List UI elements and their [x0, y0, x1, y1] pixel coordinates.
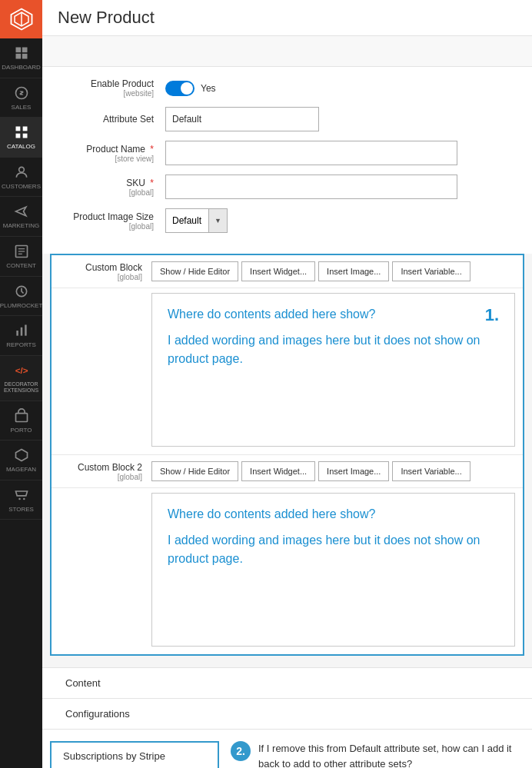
enable-product-toggle[interactable] [165, 81, 195, 96]
stores-icon [13, 487, 30, 504]
decorator-icon: </> [13, 362, 30, 379]
insert-variable-btn-2[interactable]: Insert Variable... [392, 461, 470, 481]
custom-block-1-toolbar: Show / Hide Editor Insert Widget... Inse… [151, 261, 470, 281]
sidebar-item-dashboard[interactable]: DASHBOARD [0, 38, 42, 78]
product-image-size-select-wrap: Default [165, 208, 228, 233]
product-image-size-dropdown-btn[interactable] [209, 208, 228, 233]
attribute-set-label: Attribute Set [58, 114, 165, 125]
svg-rect-4 [22, 48, 27, 53]
svg-rect-10 [15, 134, 20, 138]
insert-image-btn-2[interactable]: Insert Image... [318, 461, 389, 481]
bottom-sections: Content Configurations Subscriptions by … [42, 667, 532, 768]
svg-rect-6 [22, 54, 27, 59]
content-section-item[interactable]: Content [42, 668, 532, 699]
sidebar-item-customers[interactable]: CUSTOMERS [0, 158, 42, 198]
sidebar-item-porto[interactable]: PORTO [0, 401, 42, 441]
sidebar: DASHBOARD SALES CATALOG CUSTOMERS MARKET… [0, 0, 42, 768]
svg-rect-8 [15, 127, 20, 131]
sku-row: SKU * [global] [58, 175, 517, 199]
svg-rect-3 [15, 48, 21, 53]
svg-rect-22 [15, 413, 27, 421]
sidebar-item-label: PORTO [10, 427, 32, 434]
svg-text:</>: </> [15, 365, 28, 375]
sidebar-item-magefan[interactable]: MAGEFAN [0, 441, 42, 480]
product-image-size-row: Product Image Size [global] Default [58, 208, 517, 233]
reports-icon [13, 322, 30, 339]
product-image-size-select[interactable]: Default [165, 208, 209, 233]
sku-input[interactable] [165, 175, 457, 199]
custom-block-1-content[interactable]: 1. Where do contents added here show? I … [151, 293, 515, 447]
plumrocket-icon [13, 283, 30, 300]
sidebar-item-marketing[interactable]: MARKETING [0, 197, 42, 237]
logo[interactable] [0, 0, 42, 38]
sidebar-item-sales[interactable]: SALES [0, 78, 42, 118]
insert-image-btn-1[interactable]: Insert Image... [318, 261, 389, 281]
custom-block-1-label: Custom Block [global] [59, 262, 151, 281]
action-bar [42, 36, 532, 67]
svg-rect-19 [20, 327, 22, 336]
sidebar-item-label: MAGEFAN [6, 466, 36, 474]
blue-bordered-section: Custom Block [global] Show / Hide Editor… [50, 254, 524, 656]
sidebar-item-content[interactable]: CONTENT [0, 237, 42, 277]
insert-widget-btn-2[interactable]: Insert Widget... [241, 461, 315, 481]
attribute-set-row: Attribute Set Default [58, 107, 517, 131]
sidebar-item-catalog[interactable]: CATALOG [0, 118, 42, 158]
custom-block-2-content[interactable]: Where do contents added here show? I add… [151, 493, 515, 647]
custom-block-2-label: Custom Block 2 [global] [59, 462, 151, 481]
sales-icon [13, 85, 30, 101]
page-title: New Product [58, 8, 517, 28]
custom-block-1-line2: I added wording and images here but it d… [168, 331, 499, 368]
sidebar-item-reports[interactable]: REPORTS [0, 316, 42, 356]
custom-block-1-row: Custom Block [global] Show / Hide Editor… [52, 255, 523, 288]
product-name-input[interactable] [165, 141, 457, 165]
sku-label: SKU * [global] [58, 178, 165, 197]
custom-block-2-row: Custom Block 2 [global] Show / Hide Edit… [52, 454, 523, 488]
svg-point-24 [23, 497, 25, 500]
svg-rect-5 [15, 54, 21, 59]
attribute-set-input[interactable]: Default [165, 107, 319, 131]
sidebar-item-stores[interactable]: STORES [0, 480, 42, 520]
enable-product-yes-label: Yes [201, 83, 216, 94]
sidebar-item-decorator[interactable]: </> DECORATOR EXTENSIONS [0, 356, 42, 401]
sidebar-item-label: DASHBOARD [2, 64, 41, 71]
form-area: Enable Product [website] Yes Attribute S… [42, 67, 532, 254]
sidebar-item-label: DECORATOR EXTENSIONS [3, 381, 39, 394]
custom-block-1-line1: Where do contents added here show? [168, 305, 499, 324]
magefan-icon [13, 447, 30, 464]
sidebar-item-label: MARKETING [3, 222, 40, 230]
subscriptions-section-item[interactable]: Subscriptions by Stripe [50, 741, 219, 768]
subscriptions-row: Subscriptions by Stripe 2. If I remove t… [42, 730, 532, 768]
main-content: New Product Enable Product [website] Yes… [42, 0, 532, 768]
insert-widget-btn-1[interactable]: Insert Widget... [241, 261, 315, 281]
sidebar-item-plumrocket[interactable]: PLUMROCKET [0, 277, 42, 317]
enable-product-label: Enable Product [website] [58, 78, 165, 98]
product-image-size-label: Product Image Size [global] [58, 211, 165, 231]
svg-rect-9 [22, 127, 27, 131]
catalog-icon [13, 124, 30, 141]
configurations-section-item[interactable]: Configurations [42, 699, 532, 730]
sidebar-item-label: CUSTOMERS [2, 183, 41, 191]
enable-product-row: Enable Product [website] Yes [58, 78, 517, 98]
custom-block-2-line1: Where do contents added here show? [168, 505, 499, 524]
sidebar-item-label: STORES [8, 506, 34, 514]
porto-icon [13, 407, 30, 424]
product-name-label: Product Name * [store view] [58, 144, 165, 163]
insert-variable-btn-1[interactable]: Insert Variable... [392, 261, 470, 281]
annotation-1-number: 1. [485, 305, 499, 325]
annotation-2-text: If I remove this from Default attribute … [258, 741, 513, 768]
sidebar-item-label: CONTENT [6, 262, 36, 270]
show-hide-editor-btn-2[interactable]: Show / Hide Editor [151, 461, 238, 481]
product-name-row: Product Name * [store view] [58, 141, 517, 165]
annotation-2: 2. If I remove this from Default attribu… [219, 733, 524, 768]
sidebar-item-label: REPORTS [6, 341, 36, 349]
page-header: New Product [42, 0, 532, 36]
custom-block-2-line2: I added wording and images here but it d… [168, 531, 499, 568]
custom-block-2-toolbar: Show / Hide Editor Insert Widget... Inse… [151, 461, 470, 481]
svg-rect-20 [25, 325, 26, 336]
dashboard-icon [13, 45, 30, 62]
customers-icon [13, 164, 30, 181]
svg-rect-18 [16, 331, 18, 336]
sidebar-item-label: PLUMROCKET [0, 302, 42, 310]
show-hide-editor-btn-1[interactable]: Show / Hide Editor [151, 261, 238, 281]
sidebar-item-label: SALES [12, 104, 32, 111]
